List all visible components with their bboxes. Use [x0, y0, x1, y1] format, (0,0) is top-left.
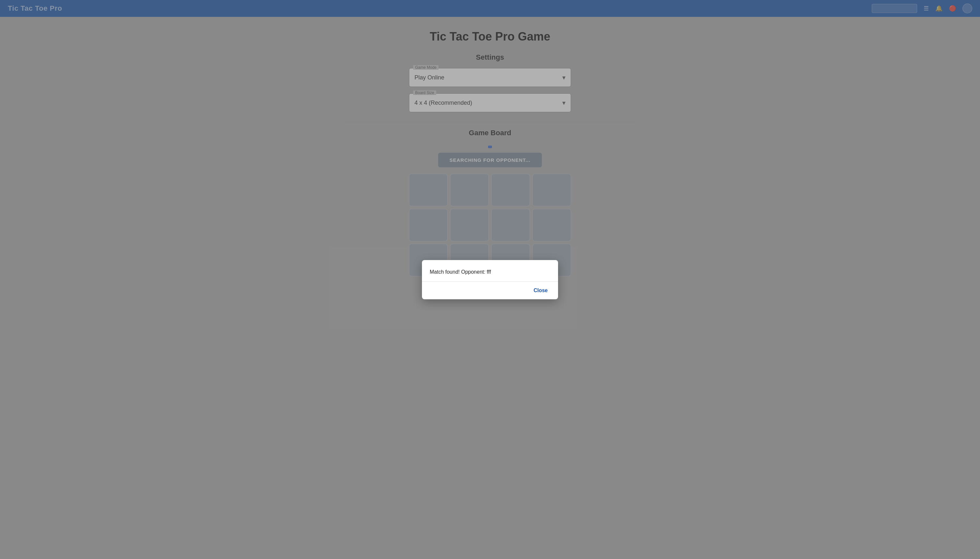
modal-message: Match found! Opponent: fff: [430, 269, 550, 275]
modal-body: Match found! Opponent: fff: [422, 260, 558, 281]
modal-backdrop: Match found! Opponent: fff Close: [0, 0, 980, 559]
modal-dialog: Match found! Opponent: fff Close: [422, 260, 558, 299]
modal-footer: Close: [422, 282, 558, 299]
modal-close-button[interactable]: Close: [530, 286, 551, 295]
